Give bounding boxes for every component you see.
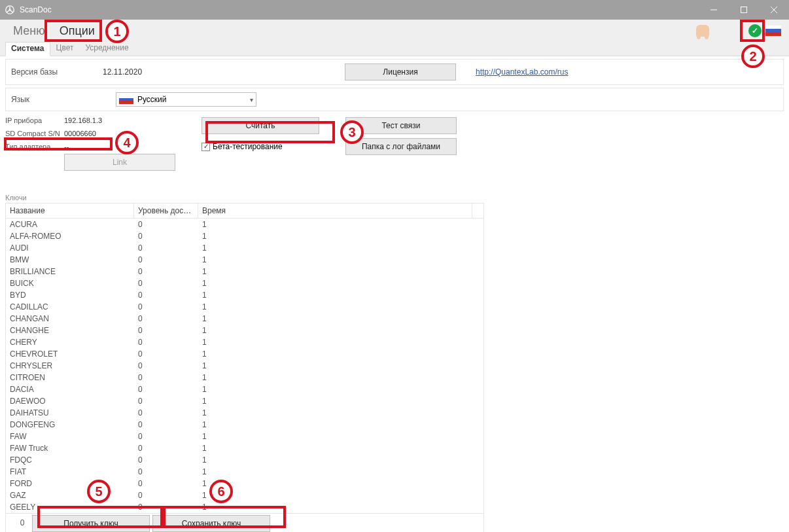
cell-access: 0 (134, 243, 198, 253)
table-row[interactable]: CADILLAC01 (6, 301, 483, 313)
tab-color[interactable]: Цвет (50, 41, 80, 56)
table-row[interactable]: FAW01 (6, 431, 483, 442)
cell-name: FIAT (6, 467, 134, 476)
beta-checkbox[interactable]: ✓Бета-тестирование (202, 142, 283, 151)
app-icon (4, 4, 16, 16)
cell-name: ACURA (6, 220, 134, 229)
col-name[interactable]: Название (6, 204, 134, 218)
table-row[interactable]: CHEVROLET01 (6, 348, 483, 360)
table-row[interactable]: GEELY01 (6, 501, 483, 513)
svg-line-3 (7, 10, 10, 12)
table-row[interactable]: CHRYSLER01 (6, 360, 483, 372)
keys-count: 0 (6, 513, 39, 532)
cell-access: 0 (134, 467, 198, 476)
sn-value: 00006660 (64, 130, 96, 137)
get-key-button[interactable]: Получить ключ (32, 515, 150, 532)
read-button[interactable]: Считать (202, 117, 319, 134)
cell-name: FAW Truck (6, 444, 134, 453)
cell-name: AUDI (6, 243, 134, 253)
table-row[interactable]: CHANGHE01 (6, 325, 483, 336)
cell-access: 0 (134, 444, 198, 453)
cell-time: 1 (198, 326, 483, 335)
cell-name: FORD (6, 479, 134, 488)
beta-label: Бета-тестирование (213, 142, 283, 151)
table-row[interactable]: FORD01 (6, 478, 483, 489)
flag-ru-icon (119, 95, 133, 104)
cell-time: 1 (198, 291, 483, 300)
chevron-down-icon: ▾ (250, 96, 253, 103)
cell-time: 1 (198, 232, 483, 241)
cell-access: 0 (134, 232, 198, 241)
cell-time: 1 (198, 243, 483, 253)
table-row[interactable]: BRILLIANCE01 (6, 266, 483, 277)
menu-menu[interactable]: Меню (9, 23, 49, 39)
link-button[interactable]: Link (64, 154, 175, 171)
maximize-button[interactable] (729, 0, 759, 20)
cell-name: CITROEN (6, 373, 134, 382)
tab-averaging[interactable]: Усреднение (79, 41, 134, 56)
vendor-link[interactable]: http://QuantexLab.com/rus (476, 67, 568, 77)
save-key-button[interactable]: Сохранить ключ (152, 515, 270, 532)
cell-time: 1 (198, 220, 483, 229)
table-row[interactable]: GAZ01 (6, 489, 483, 501)
log-folder-button[interactable]: Папка с лог файлами (345, 138, 457, 155)
cell-name: FDQC (6, 455, 134, 465)
table-row[interactable]: ACURA01 (6, 219, 483, 230)
cell-access: 0 (134, 338, 198, 347)
table-row[interactable]: CHANGAN01 (6, 313, 483, 325)
cell-access: 0 (134, 491, 198, 500)
minimize-button[interactable] (699, 0, 729, 20)
cell-time: 1 (198, 302, 483, 311)
cell-name: BRILLIANCE (6, 267, 134, 276)
sub-tabs: Система Цвет Усреднение (0, 42, 789, 56)
cell-access: 0 (134, 420, 198, 429)
cell-name: GAZ (6, 491, 134, 500)
col-time[interactable]: Время (198, 204, 472, 218)
table-row[interactable]: FAW Truck01 (6, 442, 483, 454)
cell-access: 0 (134, 361, 198, 370)
cell-name: GEELY (6, 503, 134, 512)
cell-time: 1 (198, 479, 483, 488)
table-row[interactable]: AUDI01 (6, 242, 483, 254)
cell-time: 1 (198, 314, 483, 323)
phone-icon[interactable] (696, 25, 709, 37)
cell-name: CHANGAN (6, 314, 134, 323)
menu-options[interactable]: Опции (56, 23, 99, 39)
test-conn-button[interactable]: Тест связи (345, 117, 457, 134)
cell-name: CHANGHE (6, 326, 134, 335)
close-button[interactable] (759, 0, 789, 20)
table-row[interactable]: BUICK01 (6, 277, 483, 289)
table-row[interactable]: BMW01 (6, 254, 483, 266)
status-ok-icon[interactable]: ✓ (748, 24, 762, 37)
table-row[interactable]: CITROEN01 (6, 372, 483, 383)
table-row[interactable]: BYD01 (6, 289, 483, 301)
cell-time: 1 (198, 279, 483, 288)
cell-access: 0 (134, 408, 198, 417)
table-row[interactable]: DAIHATSU01 (6, 407, 483, 419)
flag-ru-icon[interactable] (765, 26, 781, 36)
cell-name: FAW (6, 432, 134, 441)
tab-system[interactable]: Система (5, 42, 50, 56)
cell-time: 1 (198, 397, 483, 406)
window-title: ScanDoc (20, 5, 699, 14)
table-row[interactable]: DONGFENG01 (6, 419, 483, 431)
cell-access: 0 (134, 455, 198, 465)
cell-access: 0 (134, 220, 198, 229)
table-row[interactable]: CHERY01 (6, 336, 483, 348)
table-row[interactable]: DACIA01 (6, 383, 483, 395)
keys-rows[interactable]: ACURA01ALFA-ROMEO01AUDI01BMW01BRILLIANCE… (6, 219, 483, 513)
table-row[interactable]: FDQC01 (6, 454, 483, 466)
col-access[interactable]: Уровень досту... (134, 204, 198, 218)
language-label: Язык (11, 95, 116, 104)
table-row[interactable]: DAEWOO01 (6, 395, 483, 407)
svg-line-4 (10, 10, 12, 12)
cell-time: 1 (198, 338, 483, 347)
cell-time: 1 (198, 420, 483, 429)
cell-access: 0 (134, 326, 198, 335)
license-button[interactable]: Лицензия (345, 63, 456, 80)
language-select[interactable]: Русский ▾ (116, 92, 256, 107)
table-row[interactable]: FIAT01 (6, 466, 483, 478)
table-row[interactable]: ALFA-ROMEO01 (6, 230, 483, 242)
cell-access: 0 (134, 255, 198, 264)
cell-access: 0 (134, 279, 198, 288)
